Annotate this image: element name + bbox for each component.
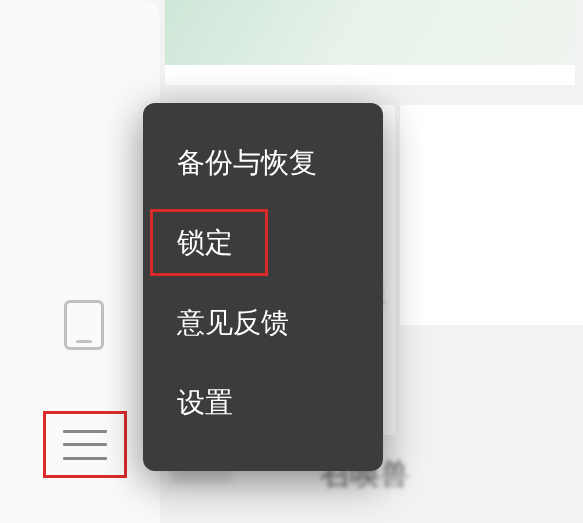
menu-item-settings[interactable]: 设置 bbox=[143, 363, 383, 443]
device-icon[interactable] bbox=[64, 300, 104, 350]
context-menu: 备份与恢复 锁定 意见反馈 设置 bbox=[143, 103, 383, 471]
menu-item-lock[interactable]: 锁定 bbox=[143, 203, 383, 283]
menu-item-feedback[interactable]: 意见反馈 bbox=[143, 283, 383, 363]
menu-item-backup-restore[interactable]: 备份与恢复 bbox=[143, 123, 383, 203]
hamburger-menu-button[interactable] bbox=[63, 430, 107, 460]
content-card-right bbox=[400, 105, 583, 325]
top-card bbox=[165, 0, 575, 85]
hamburger-highlight bbox=[43, 411, 127, 478]
